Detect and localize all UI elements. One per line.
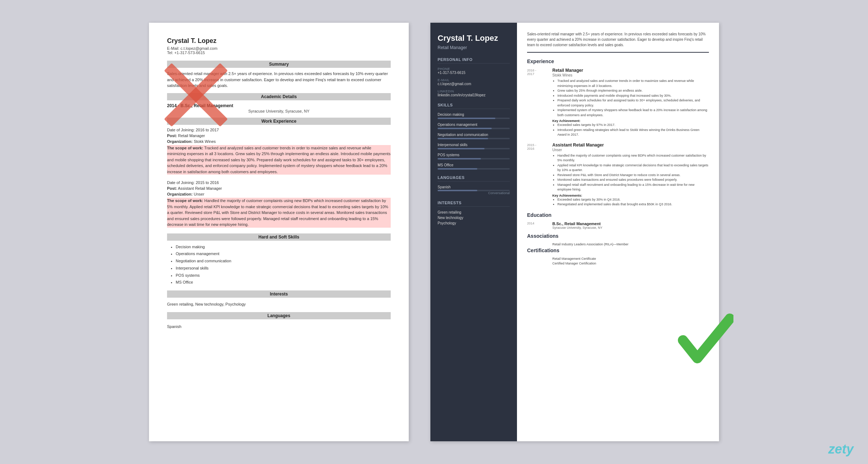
skill-item-2: Operations management [176,250,391,258]
skill-item-3: Negotiation and communication [176,258,391,265]
zety-logo: zety [828,442,854,457]
assoc-entry-1: Retail Industry Leaders Association (RIL… [527,242,709,246]
interest-psych: Psychology [438,221,510,225]
org-value-1: Stokk Wines [194,139,216,144]
skills-header: Hard and Soft Skills [167,233,391,241]
achievement-item: Renegotiated and implemented sales deals… [557,202,709,207]
key-achievement-label-2: Key Achievements: [552,194,709,197]
skill-item-1: Decision making [176,244,391,251]
scope-label-1: The scope of work: [167,146,203,150]
job-dates-2: Date of Joining: 2015 to 2016 [167,180,391,185]
work-entry-2: Date of Joining: 2015 to 2016 Post: Assi… [167,180,391,228]
achievement-item: Introduced green retailing strategies wh… [557,128,709,137]
exp-bullets-2: Handled the majority of customer complai… [552,153,709,192]
edu-entry-1: 2014 B.Sc., Retail Management Syracuse U… [527,222,709,229]
interest-tech: New technology [438,216,510,220]
skill-pos: POS systems [438,153,510,159]
left-contact: E-Mail: c.t.lopez@gmail.com Tel: +1-317-… [167,46,391,55]
interests-header: Interests [167,290,391,298]
skills-section-header: Skills [438,103,510,109]
exp-bullet: Prepared daily work schedules for and as… [557,98,709,108]
experience-section-title: Experience [527,58,709,64]
email-value: c.t.lopez@gmail.com [180,46,217,51]
email-label: E-mail [438,78,510,82]
exp-bullet: Applied retail KPI knowledge to make str… [557,163,709,173]
job-desc-2: The scope of work: Handled the majority … [167,198,391,228]
associations-section-title: Associations [527,233,709,239]
skill-operations: Operations management [438,123,510,129]
linkedin-value: linkedin.com/in/crystal19lopez [438,93,510,97]
exp-entry-2: 2015 -2016 Assistant Retail Manager Unse… [527,143,709,207]
interest-green: Green retailing [438,210,510,214]
tel-label: Tel: [167,51,173,55]
job-post-1: Post: Retail Manager [167,133,391,138]
key-achievement-label-1: Key Achievement: [552,119,709,123]
academic-header: Academic Details [167,93,391,100]
exp-bullet: Handled the majority of customer complai… [557,153,709,163]
lang-spanish: Spanish Conversational [438,185,510,195]
linkedin-label: LinkedIn [438,89,510,93]
exp-entry-1: 2016 -2017 Retail Manager Stokk Wines Tr… [527,68,709,137]
cert-entry-2: Certified Manager Certification [527,262,709,265]
work-header: Work Experience [167,118,391,125]
languages-header: Languages [438,175,510,181]
key-achievement-items-1: Exceeded sales targets by 97% in 2017. I… [552,123,709,137]
interests-text: Green retailing, New technology, Psychol… [167,301,391,308]
phone-value: +1-317-573-6615 [438,71,510,75]
achievement-item: Exceeded sales targets by 30% in Q4 2016… [557,197,709,202]
skills-list: Decision making Operations management Ne… [167,244,391,286]
org-label-1: Organization: [167,139,193,144]
cert-entry-1: Retail Management Certificate [527,257,709,261]
academic-degree: 2014 - B.Sc., Retail Management [167,103,391,108]
work-entry-1: Date of Joining: 2016 to 2017 Post: Reta… [167,128,391,175]
exp-years-1: 2016 -2017 [527,68,552,137]
exp-bullet: Grew sales by 25% through implementing a… [557,88,709,93]
skill-item-6: MS Office [176,279,391,286]
languages-header: Languages [167,312,391,319]
exp-bullet: Introduced mobile payments and mobile sh… [557,93,709,99]
languages-text: Spanish [167,322,391,331]
sidebar-linkedin: LinkedIn linkedin.com/in/crystal19lopez [438,89,510,97]
interests-header: Interests [438,201,510,207]
summary-text: Sales-oriented retail manager with 2.5+ … [167,71,391,89]
phone-value: +1-317-573-6615 [174,51,205,55]
achievement-item: Exceeded sales targets by 97% in 2017. [557,123,709,128]
academic-school: Syracuse University, Syracuse, NY [167,109,391,113]
education-section-title: Education [527,212,709,218]
edu-year-1: 2014 [527,222,552,229]
skill-item-4: Interpersonal skills [176,265,391,272]
sidebar-title: Retail Manager [438,45,510,50]
right-resume: Crystal T. Lopez Retail Manager Personal… [430,23,719,441]
edu-details-1: B.Sc., Retail Management Syracuse Univer… [552,222,602,229]
exp-title-2: Assistant Retail Manager [552,143,709,148]
email-value: c.t.lopez@gmail.com [438,82,510,86]
exp-title-1: Retail Manager [552,68,709,73]
skill-ms-office: MS Office [438,163,510,170]
exp-bullet: Managed retail staff recruitment and onb… [557,183,709,192]
exp-company-1: Stokk Wines [552,73,709,77]
resume-sidebar: Crystal T. Lopez Retail Manager Personal… [430,23,517,441]
edu-degree-1: B.Sc., Retail Management [552,222,602,226]
job-org-1: Organization: Stokk Wines [167,139,391,144]
sidebar-name: Crystal T. Lopez [438,34,510,43]
certifications-section-title: Certifications [527,248,709,253]
exp-bullet: Monitored sales transactions and ensured… [557,178,709,183]
skill-decision-making: Decision making [438,113,510,119]
sidebar-phone: Phone +1-317-573-6615 [438,67,510,75]
skill-interpersonal: Interpersonal skills [438,143,510,149]
left-name: Crystal T. Lopez [167,37,391,45]
exp-years-2: 2015 -2016 [527,143,552,207]
job-desc-1: The scope of work: Tracked and analyzed … [167,145,391,175]
post-label-1: Post: [167,133,177,138]
email-label: E-Mail: [167,46,179,51]
exp-details-1: Retail Manager Stokk Wines Tracked and a… [552,68,709,137]
exp-bullet: Reviewed store P&L with Store and Distri… [557,173,709,178]
edu-school-1: Syracuse University, Syracuse, NY [552,226,602,229]
sidebar-email: E-mail c.t.lopez@gmail.com [438,78,510,86]
exp-bullets-1: Tracked and analyzed sales and customer … [552,79,709,118]
exp-bullet: Implemented system of mystery shoppers w… [557,108,709,118]
phone-label: Phone [438,67,510,71]
skill-negotiation: Negotiation and communication [438,133,510,139]
job-post-2: Post: Assistant Retail Manager [167,186,391,191]
personal-info-header: Personal Info [438,57,510,64]
